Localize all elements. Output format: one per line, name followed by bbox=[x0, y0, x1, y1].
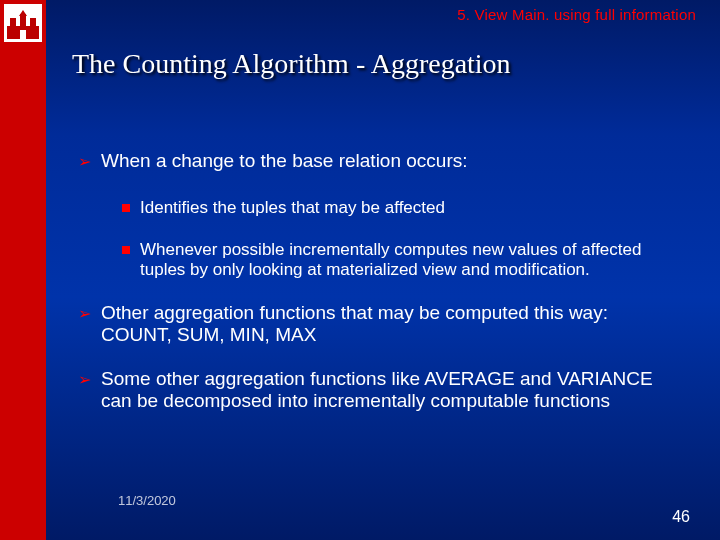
bullet-level2: Identifies the tuples that may be affect… bbox=[122, 198, 680, 218]
arrow-icon: ➢ bbox=[78, 302, 91, 326]
slide: 5. View Main. using full information The… bbox=[0, 0, 720, 540]
slide-title: The Counting Algorithm - Aggregation bbox=[72, 48, 511, 80]
bullet-level1: ➢ When a change to the base relation occ… bbox=[78, 150, 680, 280]
bullet-level2: Whenever possible incrementally computes… bbox=[122, 240, 680, 280]
content-area: ➢ When a change to the base relation occ… bbox=[78, 150, 680, 434]
footer-date: 11/3/2020 bbox=[118, 493, 176, 508]
arrow-icon: ➢ bbox=[78, 150, 91, 174]
bullet-text: Other aggregation functions that may be … bbox=[101, 302, 680, 346]
bullet-level1: ➢ Other aggregation functions that may b… bbox=[78, 302, 680, 346]
breadcrumb: 5. View Main. using full information bbox=[457, 6, 696, 23]
sub-bullet-text: Whenever possible incrementally computes… bbox=[140, 240, 680, 280]
svg-rect-8 bbox=[20, 30, 26, 39]
arrow-icon: ➢ bbox=[78, 368, 91, 392]
page-number: 46 bbox=[672, 508, 690, 526]
square-icon bbox=[122, 204, 130, 212]
sub-bullet-text: Identifies the tuples that may be affect… bbox=[140, 198, 445, 218]
bullet-text: Some other aggregation functions like AV… bbox=[101, 368, 680, 412]
bullet-text: When a change to the base relation occur… bbox=[101, 150, 468, 172]
bullet-level1: ➢ Some other aggregation functions like … bbox=[78, 368, 680, 412]
logo-icon bbox=[4, 4, 42, 42]
square-icon bbox=[122, 246, 130, 254]
side-red-strip bbox=[0, 0, 46, 540]
